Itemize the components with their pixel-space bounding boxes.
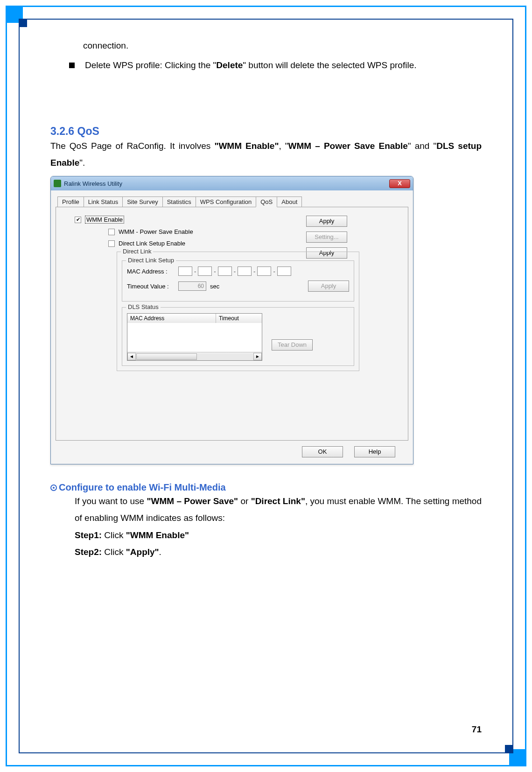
direct-link-setup-legend: Direct Link Setup xyxy=(126,257,176,264)
window-close-button[interactable]: X xyxy=(389,179,410,188)
dls-enable-label: Direct Link Setup Enable xyxy=(119,240,185,247)
cfg-b2: "Direct Link" xyxy=(251,496,305,506)
dls-status-legend: DLS Status xyxy=(126,303,161,310)
square-bullet-icon xyxy=(69,63,75,68)
tab-about[interactable]: About xyxy=(277,197,302,207)
timeout-unit: sec xyxy=(210,283,219,290)
tear-down-button[interactable]: Tear Down xyxy=(272,339,313,351)
wmm-ps-row: WMM - Power Save Enable xyxy=(108,228,400,235)
tab-strip: Profile Link Status Site Survey Statisti… xyxy=(56,195,408,207)
dls-enable-row: Direct Link Setup Enable xyxy=(108,240,400,247)
page-number: 71 xyxy=(472,724,482,735)
direct-link-fieldset: Direct Link Direct Link Setup MAC Addres… xyxy=(117,252,359,371)
col-timeout[interactable]: Timeout xyxy=(216,314,262,323)
mac-octet-2[interactable] xyxy=(198,267,212,276)
mac-inputs: - - - - - xyxy=(178,267,291,276)
mac-octet-4[interactable] xyxy=(238,267,252,276)
dls-enable-checkbox[interactable] xyxy=(108,240,115,247)
setting-button[interactable]: Setting... xyxy=(306,232,347,243)
bullet-bold: Delete xyxy=(216,60,243,70)
dls-status-table: MAC Address Timeout ◄ ► xyxy=(127,313,262,361)
bullet-text: Delete WPS profile: Clicking the "Delete… xyxy=(85,57,417,74)
bullet-suffix: " button will delete the selected WPS pr… xyxy=(243,60,416,70)
direct-link-setup-fieldset: Direct Link Setup MAC Address : - - - - … xyxy=(122,260,354,302)
table-header: MAC Address Timeout xyxy=(127,314,262,323)
dialog-button-bar: OK Help xyxy=(56,441,408,457)
step1-line: Step1: Click "WMM Enable" xyxy=(75,527,482,544)
para-b1: "WMM Enable" xyxy=(214,141,279,151)
intro-continuation: connection. xyxy=(83,37,482,54)
mac-sep: - xyxy=(253,268,255,275)
timeout-input[interactable]: 60 xyxy=(178,281,206,291)
direct-link-legend: Direct Link xyxy=(121,248,153,255)
step1-target: "WMM Enable" xyxy=(126,530,189,540)
para-t2: , " xyxy=(279,141,288,151)
step2-line: Step2: Click "Apply". xyxy=(75,544,482,561)
mac-octet-6[interactable] xyxy=(277,267,291,276)
bullet-delete-wps: Delete WPS profile: Clicking the "Delete… xyxy=(69,57,482,74)
table-body xyxy=(127,323,262,352)
step2-target: "Apply" xyxy=(126,547,159,557)
cfg-t2: or xyxy=(238,496,251,506)
para-b2: WMM – Power Save Enable xyxy=(288,141,408,151)
tab-site-survey[interactable]: Site Survey xyxy=(122,197,162,207)
timeout-row: Timeout Value : 60 sec Apply xyxy=(127,281,349,292)
apply-wmm-button[interactable]: Apply xyxy=(306,216,347,227)
step2-mid: Click xyxy=(102,547,126,557)
qos-paragraph: The QoS Page of RaConfig. It involves "W… xyxy=(50,138,482,171)
screenshot-container: Ralink Wireless Utility X Profile Link S… xyxy=(50,176,482,464)
page-content: connection. Delete WPS profile: Clicking… xyxy=(50,37,482,735)
help-button[interactable]: Help xyxy=(354,446,395,457)
timeout-label: Timeout Value : xyxy=(127,283,178,290)
wmm-enable-row: WMM Enable xyxy=(75,216,400,224)
wmm-ps-label: WMM - Power Save Enable xyxy=(119,228,193,235)
ralink-window: Ralink Wireless Utility X Profile Link S… xyxy=(50,176,413,464)
mac-octet-1[interactable] xyxy=(178,267,192,276)
step2-end: . xyxy=(159,547,161,557)
para-t3: " and " xyxy=(408,141,436,151)
scroll-thumb[interactable] xyxy=(136,353,197,360)
cfg-b1: "WMM – Power Save" xyxy=(147,496,238,506)
qos-tab-panel: Apply Setting... Apply WMM Enable WMM - … xyxy=(56,207,408,441)
odot-bullet-icon xyxy=(50,484,57,491)
tab-link-status[interactable]: Link Status xyxy=(84,197,123,207)
window-title: Ralink Wireless Utility xyxy=(64,180,122,187)
tab-wps-config[interactable]: WPS Configuration xyxy=(196,197,257,207)
apply-mac-button[interactable]: Apply xyxy=(308,281,349,292)
step2-label: Step2: xyxy=(75,547,102,557)
scroll-left-icon[interactable]: ◄ xyxy=(127,353,136,360)
mac-sep: - xyxy=(273,268,275,275)
mac-sep: - xyxy=(234,268,236,275)
dls-status-fieldset: DLS Status MAC Address Timeout ◄ xyxy=(122,307,354,366)
section-heading-qos: 3.2.6 QoS xyxy=(50,125,482,138)
tab-qos[interactable]: QoS xyxy=(256,197,277,207)
step1-label: Step1: xyxy=(75,530,102,540)
wmm-enable-checkbox[interactable] xyxy=(75,217,81,223)
scroll-track[interactable] xyxy=(136,353,253,360)
tab-profile[interactable]: Profile xyxy=(57,197,84,207)
tab-statistics[interactable]: Statistics xyxy=(162,197,196,207)
mac-address-label: MAC Address : xyxy=(127,268,178,275)
cfg-t1: If you want to use xyxy=(75,496,147,506)
app-icon xyxy=(54,180,61,187)
bullet-prefix: Delete WPS profile: Clicking the " xyxy=(85,60,216,70)
inner-corner-tl xyxy=(19,19,27,27)
para-t4: ". xyxy=(79,158,85,168)
mac-octet-5[interactable] xyxy=(257,267,271,276)
mac-sep: - xyxy=(214,268,216,275)
para-t1: The QoS Page of RaConfig. It involves xyxy=(50,141,214,151)
ok-button[interactable]: OK xyxy=(302,446,343,457)
wmm-ps-checkbox[interactable] xyxy=(108,229,115,235)
mac-address-row: MAC Address : - - - - - xyxy=(127,267,349,276)
wmm-enable-label: WMM Enable xyxy=(85,216,124,224)
configure-heading: Configure to enable Wi-Fi Multi-Media xyxy=(50,482,482,493)
mac-octet-3[interactable] xyxy=(218,267,232,276)
configure-paragraph: If you want to use "WMM – Power Save" or… xyxy=(75,493,482,526)
horizontal-scrollbar[interactable]: ◄ ► xyxy=(127,352,262,360)
scroll-right-icon[interactable]: ► xyxy=(253,353,262,360)
inner-corner-br xyxy=(505,745,513,753)
window-client-area: Profile Link Status Site Survey Statisti… xyxy=(51,190,413,464)
col-mac-address[interactable]: MAC Address xyxy=(127,314,216,323)
window-titlebar: Ralink Wireless Utility X xyxy=(51,176,413,190)
mac-sep: - xyxy=(194,268,196,275)
